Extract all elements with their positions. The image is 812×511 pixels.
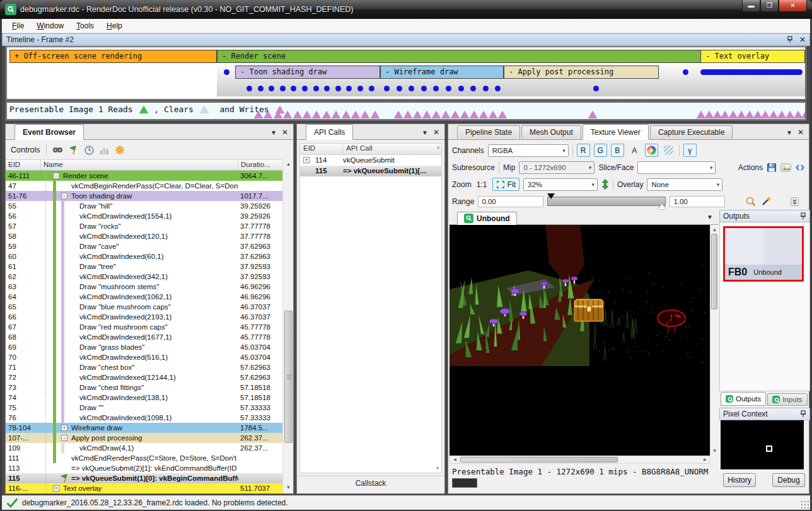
checkerboard-icon[interactable] [662,144,675,157]
pin-icon[interactable] [800,410,806,418]
timeline-marker-apply-post-processing[interactable]: - Apply post processing [504,66,659,79]
event-row-64[interactable]: 64vkCmdDrawIndexed(1062,1)46.96296 [6,292,284,302]
tab-capture-executable[interactable]: Capture Executable [650,125,733,139]
event-row-67[interactable]: 67Draw "red mushroom caps"45.77778 [6,322,284,332]
event-row-61[interactable]: 61Draw "tree"37.92593 [6,261,284,272]
range-min-field[interactable]: 0.00 [478,196,543,207]
channel-b-button[interactable]: B [611,144,624,157]
tab-unbound[interactable]: Unbound [457,212,517,225]
event-row-76[interactable]: 76vkCmdDrawIndexed(1098,1)57.33333 [6,413,284,423]
event-row-75[interactable]: 75Draw ""57.33333 [6,403,284,413]
event-row-47[interactable]: 47vkCmdBeginRenderPass(C=Clear, D=Clear,… [6,181,284,191]
texture-vscrollbar[interactable]: ▲ ▼ [710,225,718,456]
api-row-115[interactable]: 115=> vkQueueSubmit(1)[... [300,166,441,176]
event-dot[interactable] [458,86,464,91]
event-dot[interactable] [357,86,363,91]
channel-r-button[interactable]: R [577,144,590,157]
callstack-footer[interactable]: Callstack [297,476,444,490]
flip-y-icon[interactable] [601,179,609,190]
range-min-handle[interactable] [547,193,555,199]
minimize-button[interactable]: ▬ [742,0,760,12]
event-row-115[interactable]: 115=> vkQueueSubmit(1)[0]: vkBeginComman… [6,473,284,483]
event-row-73[interactable]: 73Draw "chest fittings"57.18518 [6,382,284,393]
channel-g-button[interactable]: G [594,144,607,157]
tab-inputs[interactable]: Inputs [767,393,807,406]
event-dot[interactable] [280,86,286,91]
tab-outputs[interactable]: Outputs [721,392,766,406]
clock-icon[interactable] [84,146,94,155]
event-dot[interactable] [397,86,402,91]
zoom-fit-button[interactable]: Fit [492,178,519,191]
event-row-46-111[interactable]: 46-111−Render scene3064.7... [6,171,284,181]
event-row-70[interactable]: 70vkCmdDrawIndexed(516,1)45.03704 [6,352,284,362]
event-row-111[interactable]: 111vkCmdEndRenderPass(C=Store, D=Store, … [6,453,284,463]
timeline-canvas[interactable]: + Off-screen scene rendering- Render sce… [6,47,806,100]
menu-file[interactable]: File [6,20,30,32]
event-row-59[interactable]: 59Draw "cave"37.62963 [6,241,284,251]
event-browser-scrollbar[interactable]: ▲ ▼ [282,159,293,492]
event-row-71[interactable]: 71Draw "chest box"57.62963 [6,362,284,372]
stats-icon[interactable] [100,146,109,155]
expand-icon[interactable]: + [61,425,67,431]
event-row-78-104[interactable]: 78-104+Wireframe draw1784.5... [6,423,284,433]
tab-api-calls[interactable]: API Calls [306,124,353,140]
tab-texture-viewer[interactable]: Texture Viewer [583,124,649,140]
range-slider[interactable] [547,197,666,206]
flag-icon[interactable] [69,145,79,155]
chevron-down-icon[interactable]: ▼ [270,129,277,136]
autofit-wand-icon[interactable] [760,196,772,207]
fb0-thumbnail[interactable]: FB0 Unbound [723,226,804,282]
zoom-combo[interactable]: 32% [523,178,598,191]
slice-face-combo[interactable] [637,161,716,174]
scroll-down-icon[interactable]: ▼ [435,466,440,471]
scroll-down-icon[interactable]: ▼ [284,483,293,492]
event-dot[interactable] [246,86,252,91]
range-max-field[interactable]: 1.00 [670,196,725,207]
api-table-header[interactable]: EID API Call ▲ [299,143,442,155]
gamma-button[interactable]: γ [683,144,697,157]
event-row-68[interactable]: 68vkCmdDrawIndexed(1677,1)45.77778 [6,332,284,342]
overflow-icon[interactable] [791,197,799,206]
timeline-marker-off-screen-scene-rendering[interactable]: + Off-screen scene rendering [9,50,217,63]
mip-combo[interactable]: 0 - 1272x690 [519,161,594,174]
event-row-109[interactable]: 109vkCmdDraw(4,1)262.37... [6,443,284,453]
expand-icon[interactable]: + [303,157,310,163]
outputs-dock-header[interactable]: Outputs [719,210,810,222]
chevron-down-icon[interactable]: ▼ [786,129,792,136]
menu-tools[interactable]: Tools [70,20,100,32]
event-dot[interactable] [302,86,308,91]
zoom-1to1-button[interactable]: 1:1 [475,178,489,191]
close-icon[interactable]: ✕ [798,128,804,137]
event-row-55[interactable]: 55Draw "hill"39.25926 [6,201,284,211]
title-bar[interactable]: debugmarker.rdc - RenderDoc Unofficial r… [0,0,812,19]
event-dot[interactable] [224,69,229,75]
event-dot[interactable] [683,69,688,75]
event-row-63[interactable]: 63Draw "mushroom stems"46.96296 [6,282,284,292]
event-row-116-...[interactable]: 116-...+Text overlay511.7037 [6,483,284,493]
event-dot[interactable] [446,86,451,91]
timeline-marker-toon-shading-draw[interactable]: - Toon shading draw [235,66,380,79]
star-icon[interactable] [115,145,125,155]
event-row-51-76[interactable]: 51-76−Toon shading draw1017.7... [6,191,284,201]
event-row-56[interactable]: 56vkCmdDrawIndexed(1554,1)39.25926 [6,211,284,221]
tab-event-browser[interactable]: Event Browser [14,124,84,140]
chevron-down-icon[interactable]: ▼ [422,129,428,136]
event-row-72[interactable]: 72vkCmdDrawIndexed(12144,1)57.62963 [6,372,284,382]
pixel-context-header[interactable]: Pixel Context [719,408,810,420]
image-file-icon[interactable] [780,163,791,172]
close-button[interactable]: ✕ [779,0,807,12]
event-row-65[interactable]: 65Draw "blue mushroom caps"46.37037 [6,302,284,312]
event-dot[interactable] [593,86,599,91]
timeline-marker-wireframe-draw[interactable]: - Wireframe draw [380,66,504,79]
event-row-57[interactable]: 57Draw "rocks"37.77778 [6,221,284,231]
event-row-113[interactable]: 113=> vkQueueSubmit(2)[1]: vkEndCommandB… [6,463,284,473]
event-row-69[interactable]: 69Draw "grass blades"45.03704 [6,342,284,352]
event-row-74[interactable]: 74vkCmdDrawIndexed(138,1)57.18518 [6,393,284,403]
debug-button[interactable]: Debug [772,473,805,487]
texture-hscrollbar[interactable]: ◄ ► [450,456,710,464]
find-icon[interactable] [52,146,63,155]
collapse-icon[interactable]: − [53,173,59,179]
event-table-header[interactable]: EID Name Duratio... [6,159,284,171]
goto-resource-icon[interactable] [795,163,805,172]
close-icon[interactable]: ✕ [799,35,806,44]
